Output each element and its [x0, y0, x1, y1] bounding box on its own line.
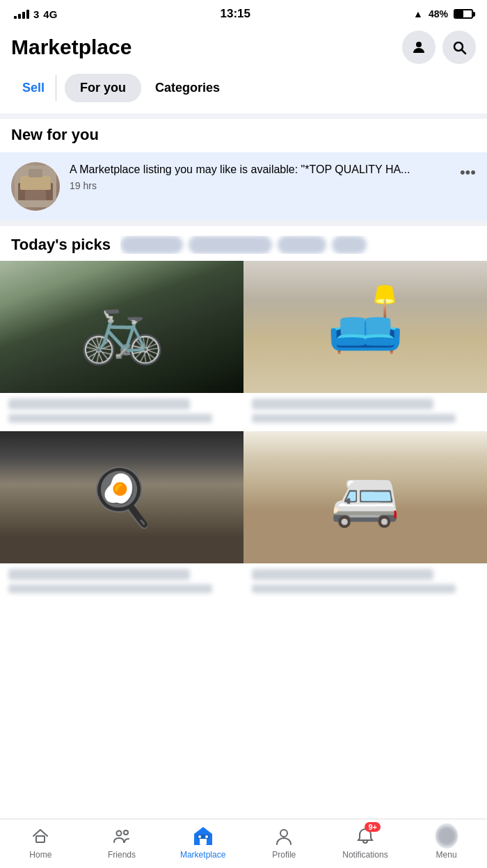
- svg-rect-8: [20, 176, 51, 190]
- tab-foryou[interactable]: For you: [65, 74, 141, 102]
- carrier-label: 3: [33, 8, 39, 20]
- friends-label: Friends: [108, 850, 136, 860]
- todays-picks-title: Today's picks: [11, 236, 111, 254]
- search-icon: [451, 39, 468, 56]
- tab-bar: Sell For you Categories: [0, 74, 487, 113]
- svg-line-2: [462, 50, 465, 54]
- filter-pill-4[interactable]: [332, 236, 367, 254]
- product-card-kitchen[interactable]: [0, 431, 244, 563]
- listing-thumbnail-image: [15, 166, 56, 207]
- caravan-price: [252, 569, 433, 580]
- battery-percent: 48%: [429, 8, 448, 19]
- kitchen-image: [0, 431, 244, 563]
- home-label: Home: [29, 850, 51, 860]
- nav-menu[interactable]: Menu: [419, 825, 474, 860]
- product-card-living-room[interactable]: [244, 261, 487, 393]
- friends-icon: [111, 825, 133, 847]
- product-grid: [0, 261, 487, 393]
- notifications-nav-icon: 9+: [354, 825, 376, 847]
- tab-categories[interactable]: Categories: [152, 75, 223, 101]
- living-room-price: [252, 399, 433, 410]
- product-card-caravan[interactable]: [244, 431, 487, 563]
- menu-nav-icon: [436, 825, 458, 847]
- picks-header: Today's picks: [0, 226, 487, 261]
- notif-thumbnail: [11, 162, 60, 211]
- filter-pill-3[interactable]: [278, 236, 326, 254]
- svg-rect-9: [29, 169, 42, 177]
- separator-2: [0, 220, 487, 226]
- new-for-you-title: New for you: [0, 119, 487, 152]
- nav-home[interactable]: Home: [13, 825, 68, 860]
- svg-rect-10: [36, 836, 45, 842]
- status-right: ▲ 48%: [413, 8, 473, 19]
- kitchen-price: [8, 569, 190, 580]
- bicycle-desc: [8, 414, 212, 423]
- menu-avatar-blur: [437, 826, 456, 846]
- product-info-row-1: [0, 393, 487, 431]
- profile-icon-button[interactable]: [402, 31, 436, 64]
- svg-point-18: [280, 830, 287, 837]
- bottom-navigation: Home Friends Marketplace: [0, 819, 487, 868]
- status-left: 3 4G: [14, 8, 57, 20]
- picks-filter-pills: [120, 236, 476, 254]
- svg-point-17: [205, 835, 208, 838]
- caravan-image: [244, 431, 487, 563]
- tab-sell[interactable]: Sell: [11, 75, 56, 101]
- status-bar: 3 4G 13:15 ▲ 48%: [0, 0, 487, 25]
- nav-notifications[interactable]: 9+ Notifications: [337, 825, 393, 860]
- profile-nav-icon: [273, 825, 295, 847]
- bicycle-image: [0, 261, 244, 393]
- network-label: 4G: [43, 8, 57, 20]
- notifications-badge: 9+: [365, 822, 381, 832]
- profile-label: Profile: [272, 850, 296, 860]
- menu-label: Menu: [436, 850, 457, 860]
- product-grid-row-2: [0, 431, 487, 563]
- header-icons: [402, 31, 476, 64]
- svg-point-12: [124, 830, 128, 835]
- page-title: Marketplace: [11, 35, 131, 59]
- signal-bars: [14, 10, 29, 19]
- svg-point-0: [416, 42, 422, 47]
- svg-point-11: [116, 831, 121, 836]
- search-icon-button[interactable]: [442, 31, 476, 64]
- nav-friends[interactable]: Friends: [94, 825, 150, 860]
- nav-marketplace[interactable]: Marketplace: [175, 825, 231, 860]
- svg-point-16: [198, 835, 201, 838]
- notif-content: A Marketplace listing you may like is av…: [70, 162, 450, 191]
- marketplace-label: Marketplace: [180, 850, 225, 860]
- notification-banner[interactable]: A Marketplace listing you may like is av…: [0, 152, 487, 220]
- living-room-image: [244, 261, 487, 393]
- notifications-label: Notifications: [342, 850, 388, 860]
- kitchen-desc: [8, 584, 212, 593]
- bicycle-price: [8, 399, 190, 410]
- menu-avatar: [436, 823, 458, 849]
- time-label: 13:15: [220, 7, 250, 21]
- living-room-desc: [252, 414, 456, 423]
- filter-pill-2[interactable]: [189, 236, 272, 254]
- home-icon: [29, 825, 51, 847]
- caravan-desc: [252, 584, 456, 593]
- marketplace-nav-icon: [192, 825, 214, 847]
- battery-icon: [454, 9, 473, 19]
- bicycle-info: [0, 393, 244, 431]
- page-header: Marketplace: [0, 25, 487, 74]
- notif-thumb-inner: [11, 162, 60, 211]
- location-icon: ▲: [413, 8, 423, 19]
- kitchen-info: [0, 563, 244, 602]
- caravan-info: [244, 563, 487, 602]
- notif-more-button[interactable]: •••: [460, 162, 476, 182]
- product-card-bicycle[interactable]: [0, 261, 244, 393]
- filter-pill-1[interactable]: [120, 236, 183, 254]
- nav-profile[interactable]: Profile: [256, 825, 312, 860]
- living-room-info: [244, 393, 487, 431]
- separator-1: [0, 113, 487, 119]
- notif-text: A Marketplace listing you may like is av…: [70, 162, 450, 177]
- product-info-row-2: [0, 563, 487, 602]
- person-icon: [410, 39, 427, 56]
- notif-message: A Marketplace listing you may like is av…: [70, 163, 410, 175]
- notif-time: 19 hrs: [70, 180, 450, 191]
